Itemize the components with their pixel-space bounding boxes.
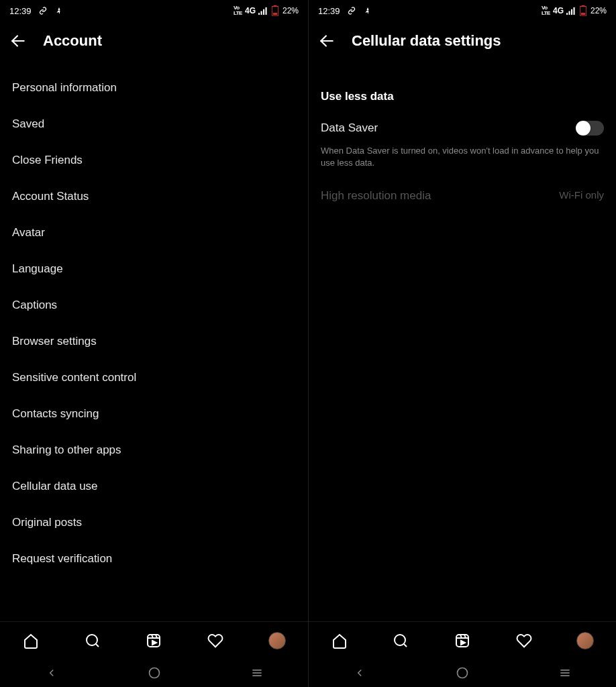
network-type: 4G [245,6,256,15]
network-type: 4G [553,6,564,15]
sys-back-button[interactable] [44,666,59,680]
bottom-nav [0,621,308,659]
toggle-knob [576,121,591,136]
menu-contacts-syncing[interactable]: Contacts syncing [0,396,308,432]
sys-recent-button[interactable] [250,666,264,680]
status-bar: 12:39 VoLTE 4G 22% [0,0,308,19]
svg-line-28 [404,644,407,647]
nav-home-icon[interactable] [22,632,40,649]
link-icon [347,6,356,15]
rocket-icon [363,6,372,15]
svg-rect-21 [571,9,572,14]
nav-home-icon[interactable] [331,632,348,649]
menu-captions[interactable]: Captions [0,287,308,323]
svg-rect-3 [265,7,266,14]
svg-rect-6 [273,13,277,15]
svg-rect-20 [568,11,570,15]
cellular-settings: Use less data Data Saver When Data Saver… [309,63,616,621]
status-time: 12:39 [9,6,32,16]
svg-point-34 [457,668,467,678]
phone-right: 12:39 VoLTE 4G 22% Cellular data setting… [308,0,616,687]
page-title: Account [43,32,102,50]
svg-point-8 [87,635,97,645]
menu-language[interactable]: Language [0,251,308,287]
system-nav [0,659,308,687]
status-time: 12:39 [318,6,340,16]
data-saver-toggle[interactable] [577,121,604,136]
svg-rect-22 [573,7,574,14]
battery-percent: 22% [283,6,299,15]
header: Account [0,19,308,63]
lte-icon: VoLTE [234,5,242,16]
data-saver-description: When Data Saver is turned on, videos won… [309,140,616,181]
svg-rect-0 [258,13,260,15]
nav-reels-icon[interactable] [145,632,162,649]
battery-percent: 22% [591,6,607,15]
menu-cellular-data[interactable]: Cellular data use [0,468,308,505]
nav-reels-icon[interactable] [454,632,471,649]
svg-rect-19 [566,13,568,15]
account-menu: Personal information Saved Close Friends… [0,63,308,621]
back-button[interactable] [9,32,27,50]
svg-rect-1 [260,11,262,15]
sub-value: Wi-Fi only [559,189,604,203]
avatar [268,632,286,649]
svg-rect-25 [581,13,585,15]
page-title: Cellular data settings [352,32,501,50]
menu-original-posts[interactable]: Original posts [0,505,308,541]
data-saver-row: Data Saver [309,110,616,140]
menu-close-friends[interactable]: Close Friends [0,142,308,178]
svg-point-15 [149,668,159,678]
menu-saved[interactable]: Saved [0,106,308,142]
svg-point-27 [395,635,405,645]
menu-sensitive-content[interactable]: Sensitive content control [0,360,308,396]
sys-home-button[interactable] [455,666,470,680]
svg-marker-14 [152,641,156,645]
sys-recent-button[interactable] [558,666,572,680]
sys-back-button[interactable] [352,666,367,680]
svg-rect-2 [263,9,264,14]
menu-avatar[interactable]: Avatar [0,215,308,251]
link-icon [38,6,48,15]
bottom-nav [309,621,616,659]
battery-icon [578,6,588,15]
nav-profile-avatar[interactable] [576,632,594,649]
sub-label: High resolution media [321,189,431,203]
nav-search-icon[interactable] [84,632,101,649]
high-resolution-row[interactable]: High resolution media Wi-Fi only [309,181,616,211]
battery-icon [270,6,280,15]
nav-activity-icon[interactable] [207,632,224,649]
section-title: Use less data [309,70,616,110]
toggle-label: Data Saver [321,121,378,135]
signal-icon [566,6,576,15]
signal-icon [258,6,268,15]
lte-icon: VoLTE [542,5,550,16]
menu-request-verification[interactable]: Request verification [0,541,308,577]
menu-personal-information[interactable]: Personal information [0,70,308,106]
svg-marker-33 [461,641,465,645]
nav-profile-avatar[interactable] [268,632,286,649]
menu-sharing-apps[interactable]: Sharing to other apps [0,432,308,468]
nav-search-icon[interactable] [392,632,409,649]
sys-home-button[interactable] [147,666,162,680]
menu-browser-settings[interactable]: Browser settings [0,323,308,360]
rocket-icon [54,6,64,15]
nav-activity-icon[interactable] [515,632,533,649]
avatar [576,632,594,649]
menu-account-status[interactable]: Account Status [0,178,308,215]
header: Cellular data settings [309,19,616,63]
svg-line-9 [96,644,99,647]
back-button[interactable] [318,32,336,50]
status-bar: 12:39 VoLTE 4G 22% [309,0,616,19]
system-nav [309,659,616,687]
phone-left: 12:39 VoLTE 4G 22% Account Personal [0,0,308,687]
